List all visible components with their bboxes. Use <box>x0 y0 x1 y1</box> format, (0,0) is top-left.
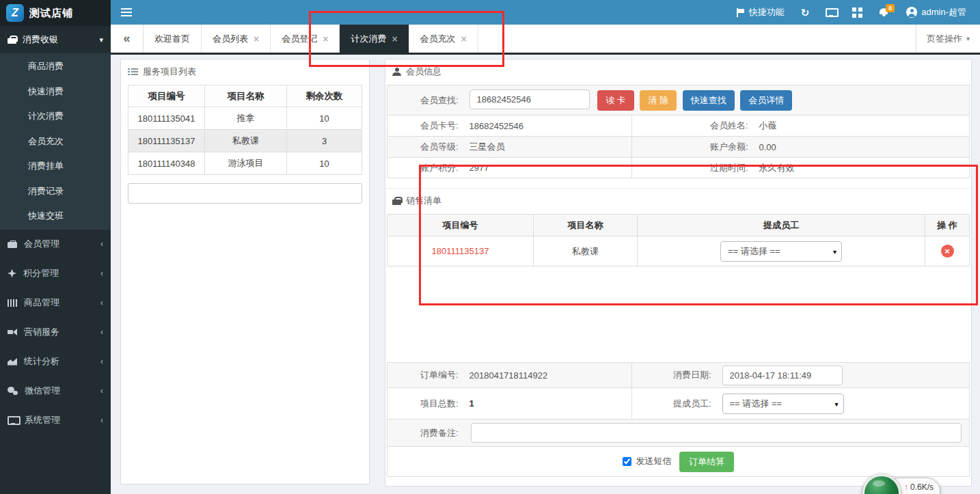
expire-value: 永久有效 <box>754 158 970 178</box>
sidebar-item-consume-cashier[interactable]: 消费收银 ▾ <box>0 26 111 53</box>
member-name-label: 会员姓名: <box>632 115 754 137</box>
item-count-label: 项目总数: <box>387 388 464 420</box>
order-staff-select[interactable]: == 请选择 == ▾ <box>722 394 844 414</box>
table-row[interactable]: 180111140348 游泳项目 10 <box>128 152 362 175</box>
caret-down-icon: ▾ <box>834 400 838 408</box>
order-no-label: 订单编号: <box>387 363 464 388</box>
tab-member-recharge-times[interactable]: 会员充次 × <box>409 25 478 53</box>
table-row-selected[interactable]: 180111135137 私教课 3 <box>128 130 362 152</box>
column-header: 项目名称 <box>534 215 638 236</box>
qr-code-button[interactable] <box>844 0 871 25</box>
remark-input[interactable] <box>471 423 962 443</box>
shopping-bag-icon <box>392 197 401 205</box>
card-number-value: 18682452546 <box>464 115 632 137</box>
table-row[interactable]: 180111135041 推拿 10 <box>128 107 362 130</box>
quick-functions-button[interactable]: 快捷功能 <box>729 0 793 25</box>
clear-button[interactable]: 清 除 <box>640 90 677 111</box>
item-code: 180111135041 <box>128 107 205 130</box>
monitor-icon <box>826 8 836 16</box>
sidebar-item-member-mgmt[interactable]: 会员管理 ‹ <box>0 230 111 259</box>
section-title-member-info: 会员信息 <box>406 66 441 78</box>
sidebar-item-statistics[interactable]: 统计分析 ‹ <box>0 347 111 376</box>
member-name-value: 小薇 <box>754 115 970 137</box>
member-search-input[interactable] <box>469 90 590 109</box>
sidebar-item-points-mgmt[interactable]: 积分管理 ‹ <box>0 259 111 288</box>
expire-label: 过期时间: <box>632 158 754 178</box>
hamburger-menu-button[interactable] <box>111 0 142 25</box>
refresh-button[interactable]: ↻ <box>793 0 818 25</box>
close-icon[interactable]: × <box>323 33 328 44</box>
main-content: 服务项目列表 项目编号 项目名称 剩余次数 180111135041 推拿 10… <box>111 55 980 494</box>
sidebar-group-label: 积分管理 <box>23 267 59 279</box>
list-icon <box>128 68 138 76</box>
sidebar-group-label: 消费收银 <box>23 33 58 46</box>
caret-down-icon: ▾ <box>833 248 836 256</box>
delete-row-button[interactable]: × <box>941 245 954 258</box>
tab-label: 会员充次 <box>420 33 456 45</box>
sales-list-table: 项目编号 项目名称 提成员工 操 作 180111135137 私教课 == 请… <box>387 214 970 266</box>
chevron-left-icon: ‹ <box>100 298 103 307</box>
sidebar-item-member-recharge-times[interactable]: 会员充次 <box>0 129 111 154</box>
sidebar-item-quick-shift[interactable]: 快速交班 <box>0 204 111 229</box>
quick-functions-label: 快捷功能 <box>749 6 785 18</box>
tab-member-list[interactable]: 会员列表 × <box>202 25 271 53</box>
sidebar-item-goods-consume[interactable]: 商品消费 <box>0 54 111 79</box>
tab-label: 计次消费 <box>351 33 386 45</box>
chevron-left-icon: ‹ <box>100 415 103 425</box>
sidebar-submenu: 商品消费 快速消费 计次消费 会员充次 消费挂单 消费记录 快速交班 <box>0 53 111 230</box>
section-title-sales-list: 销售清单 <box>406 195 441 207</box>
panel-title: 服务项目列表 <box>143 66 196 78</box>
sidebar-item-count-consume[interactable]: 计次消费 <box>0 104 111 129</box>
tab-label: 欢迎首页 <box>154 33 190 45</box>
tab-label: 会员列表 <box>213 33 248 45</box>
star-icon <box>8 269 16 278</box>
read-card-button[interactable]: 读 卡 <box>597 90 634 111</box>
tabs-scroll-left-button[interactable]: « <box>111 25 144 53</box>
wechat-icon <box>8 387 18 395</box>
tab-operations-dropdown[interactable]: 页签操作 ▾ <box>916 25 980 53</box>
commission-staff-select[interactable]: == 请选择 == ▾ <box>720 241 842 262</box>
sidebar-item-quick-consume[interactable]: 快速消费 <box>0 79 111 105</box>
order-no-value: 2018041718114922 <box>464 363 632 388</box>
chevron-left-icon: ‹ <box>100 386 103 396</box>
close-icon[interactable]: × <box>254 33 259 44</box>
consume-panel: 会员信息 会员查找: 读 卡 清 除 快速查找 会员详情 会员卡号: 18682… <box>385 59 972 486</box>
member-detail-button[interactable]: 会员详情 <box>740 90 792 111</box>
notifications-button[interactable]: 0 <box>871 0 898 25</box>
item-remaining: 10 <box>287 107 362 130</box>
member-info-table: 会员查找: 读 卡 清 除 快速查找 会员详情 会员卡号: 1868245254… <box>387 85 970 178</box>
send-sms-checkbox[interactable] <box>623 457 631 466</box>
username-label: admin-超管 <box>921 6 966 18</box>
tab-count-consume[interactable]: 计次消费 × <box>340 25 409 53</box>
quick-search-button[interactable]: 快速查找 <box>683 90 735 111</box>
user-menu-button[interactable]: admin-超管 <box>898 0 975 25</box>
chart-icon <box>8 358 17 366</box>
flag-icon <box>737 8 745 17</box>
sidebar-item-marketing[interactable]: 营销服务 ‹ <box>0 318 111 347</box>
tab-member-register[interactable]: 会员登记 × <box>271 25 340 53</box>
close-icon[interactable]: × <box>392 33 397 44</box>
caret-down-icon: ▾ <box>966 35 970 42</box>
sidebar-item-wechat-mgmt[interactable]: 微信管理 ‹ <box>0 376 111 406</box>
sidebar-item-consume-records[interactable]: 消费记录 <box>0 179 111 204</box>
sidebar-item-consume-pending[interactable]: 消费挂单 <box>0 154 111 179</box>
spacer <box>385 266 971 362</box>
consume-date-input[interactable] <box>722 366 843 385</box>
column-header: 项目编号 <box>128 85 205 107</box>
store-name: 测试店铺 <box>29 7 73 20</box>
close-icon[interactable]: × <box>461 33 467 44</box>
brand: Z 测试店铺 <box>0 0 111 26</box>
item-code: 180111135137 <box>128 130 205 152</box>
barcode-scan-input[interactable] <box>128 183 362 204</box>
sidebar-item-goods-mgmt[interactable]: 商品管理 ‹ <box>0 288 111 318</box>
column-header: 操 作 <box>925 215 970 236</box>
monitor-icon <box>8 416 18 424</box>
sales-row: 180111135137 私教课 == 请选择 == ▾ × <box>387 236 970 266</box>
briefcase-icon <box>8 241 17 248</box>
service-items-table: 项目编号 项目名称 剩余次数 180111135041 推拿 10 180111… <box>128 85 362 175</box>
fullscreen-button[interactable] <box>817 0 844 25</box>
sidebar-item-system-mgmt[interactable]: 系统管理 ‹ <box>0 406 111 435</box>
settle-order-button[interactable]: 订单结算 <box>679 452 734 472</box>
remark-label: 消费备注: <box>387 420 464 447</box>
tab-welcome[interactable]: 欢迎首页 <box>144 25 202 53</box>
